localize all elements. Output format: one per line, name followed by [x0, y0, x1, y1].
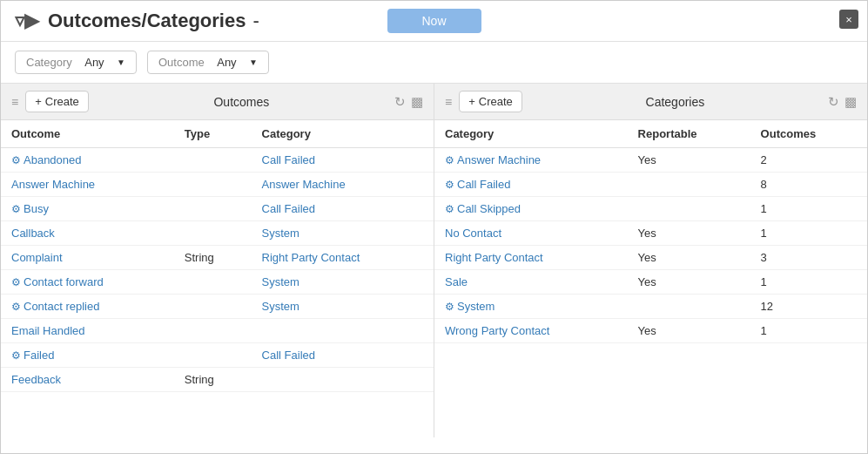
outcomes-chart-icon[interactable]: ▩ [411, 94, 423, 110]
category-cell-1: Answer Machine [252, 173, 434, 197]
category-cell-0: Call Failed [252, 148, 434, 173]
category-link-3[interactable]: System [262, 227, 299, 240]
type-cell-7 [174, 319, 252, 343]
type-cell-5 [174, 270, 252, 295]
categories-row-6: ⚙System12 [434, 295, 867, 319]
outcomes-row-5: ⚙Contact forwardSystem [1, 270, 434, 295]
categories-chart-icon[interactable]: ▩ [844, 94, 857, 110]
outcome-link-7[interactable]: Email Handled [11, 324, 85, 337]
categories-col-category: Category [434, 120, 628, 148]
outcomes-row-4: ComplaintStringRight Party Contact [1, 246, 434, 270]
outcomes-row-7: Email Handled [1, 319, 434, 343]
outcome-link-9[interactable]: Feedback [11, 373, 61, 386]
outcome-cell-1: Answer Machine [1, 173, 174, 197]
type-cell-4: String [174, 246, 252, 270]
cat-name-cell-3: No Contact [434, 221, 628, 246]
close-button[interactable]: × [839, 10, 858, 29]
category-link-2[interactable]: Call Failed [262, 202, 315, 215]
category-link-6[interactable]: System [262, 300, 299, 313]
categories-panel-header: ≡ + Create Categories ↻ ▩ [434, 84, 867, 120]
gear-icon-outcome-6: ⚙ [11, 301, 21, 313]
outcome-filter-label: Outcome [158, 56, 205, 69]
outcome-filter-arrow: ▼ [249, 58, 258, 67]
page-title: ▿▶ Outcomes/Categories - [15, 10, 259, 32]
gear-icon-cat-6: ⚙ [445, 301, 454, 313]
cat-link-5[interactable]: Sale [445, 275, 468, 288]
category-cell-8: Call Failed [252, 343, 434, 368]
gear-icon-outcome-5: ⚙ [11, 276, 21, 288]
cat-link-2[interactable]: Call Skipped [457, 202, 521, 215]
reportable-cell-0: Yes [628, 148, 750, 173]
outcomes-col-outcome: Outcome [1, 120, 174, 148]
categories-create-button[interactable]: + Create [459, 91, 522, 112]
outcomes-thead-row: Outcome Type Category [1, 120, 434, 148]
cat-link-7[interactable]: Wrong Party Contact [445, 324, 549, 337]
outcome-cell-9: Feedback [1, 368, 174, 392]
category-cell-7 [252, 319, 434, 343]
category-link-5[interactable]: System [262, 275, 299, 288]
outcome-link-5[interactable]: Contact forward [24, 275, 104, 288]
title-text: Outcomes/Categories [48, 10, 246, 32]
category-filter-label: Category [26, 56, 72, 69]
type-cell-8 [174, 343, 252, 368]
cat-link-6[interactable]: System [457, 300, 495, 313]
outcomes-row-9: FeedbackString [1, 368, 434, 392]
reportable-cell-6 [628, 295, 750, 319]
now-button[interactable]: Now [387, 9, 481, 33]
outcomes-count-cell-7: 1 [750, 319, 867, 343]
categories-panel: ≡ + Create Categories ↻ ▩ Category Repor… [434, 84, 867, 437]
outcome-cell-5: ⚙Contact forward [1, 270, 174, 295]
reportable-cell-3: Yes [628, 221, 750, 246]
outcomes-refresh-icon[interactable]: ↻ [394, 94, 406, 110]
outcome-filter[interactable]: Outcome Any ▼ [147, 51, 269, 74]
cat-link-0[interactable]: Answer Machine [457, 153, 541, 166]
outcome-link-8[interactable]: Failed [24, 349, 54, 362]
cat-link-4[interactable]: Right Party Contact [445, 251, 543, 264]
outcome-link-2[interactable]: Busy [24, 202, 49, 215]
outcomes-create-plus: + [35, 95, 42, 108]
categories-row-3: No ContactYes1 [434, 221, 867, 246]
outcome-link-4[interactable]: Complaint [11, 251, 63, 264]
gear-icon-cat-0: ⚙ [445, 154, 454, 166]
category-link-0[interactable]: Call Failed [262, 153, 315, 166]
category-cell-2: Call Failed [252, 197, 434, 221]
categories-panel-actions: ↻ ▩ [828, 94, 857, 110]
outcomes-row-2: ⚙BusyCall Failed [1, 197, 434, 221]
category-cell-3: System [252, 221, 434, 246]
outcomes-panel-header: ≡ + Create Outcomes ↻ ▩ [1, 84, 434, 120]
outcomes-col-category: Category [252, 120, 434, 148]
category-link-8[interactable]: Call Failed [262, 349, 315, 362]
categories-refresh-icon[interactable]: ↻ [828, 94, 839, 110]
outcomes-count-cell-0: 2 [750, 148, 867, 173]
cat-link-1[interactable]: Call Failed [457, 178, 510, 191]
title-suffix: - [252, 10, 259, 32]
outcomes-count-cell-2: 1 [750, 197, 867, 221]
outcome-cell-2: ⚙Busy [1, 197, 174, 221]
outcomes-table: Outcome Type Category ⚙AbandonedCall Fai… [1, 120, 434, 392]
category-filter-arrow: ▼ [117, 58, 125, 67]
cat-link-3[interactable]: No Contact [445, 227, 501, 240]
categories-panel-title: Categories [529, 95, 821, 109]
outcome-link-1[interactable]: Answer Machine [11, 178, 95, 191]
outcomes-create-button[interactable]: + Create [25, 91, 89, 112]
outcome-link-6[interactable]: Contact replied [24, 300, 99, 313]
gear-icon-outcome-2: ⚙ [11, 203, 21, 215]
categories-row-0: ⚙Answer MachineYes2 [434, 148, 867, 173]
categories-drag-icon: ≡ [445, 95, 452, 109]
outcomes-row-3: CallbackSystem [1, 221, 434, 246]
outcome-link-3[interactable]: Callback [11, 227, 55, 240]
category-filter[interactable]: Category Any ▼ [15, 51, 137, 74]
type-cell-2 [174, 197, 252, 221]
outcomes-panel-actions: ↻ ▩ [394, 94, 423, 110]
outcomes-row-1: Answer MachineAnswer Machine [1, 173, 434, 197]
category-link-1[interactable]: Answer Machine [262, 178, 346, 191]
outcomes-row-6: ⚙Contact repliedSystem [1, 295, 434, 319]
outcomes-panel-title: Outcomes [96, 95, 387, 109]
category-cell-6: System [252, 295, 434, 319]
category-link-4[interactable]: Right Party Contact [262, 251, 360, 264]
categories-row-2: ⚙Call Skipped1 [434, 197, 867, 221]
reportable-cell-7: Yes [628, 319, 750, 343]
outcome-link-0[interactable]: Abandoned [24, 153, 82, 166]
cat-name-cell-2: ⚙Call Skipped [434, 197, 628, 221]
outcome-cell-3: Callback [1, 221, 174, 246]
